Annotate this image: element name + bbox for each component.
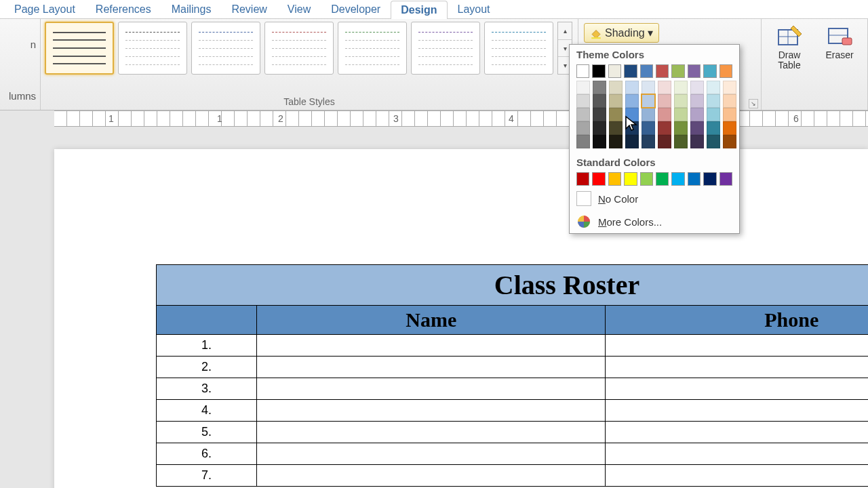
color-swatch[interactable] [674, 121, 688, 135]
table-style-thumb[interactable] [264, 22, 334, 75]
table-style-thumb[interactable] [338, 22, 407, 75]
color-swatch[interactable] [592, 172, 605, 186]
color-swatch[interactable] [656, 172, 669, 186]
color-swatch[interactable] [688, 64, 701, 78]
tab-page-layout[interactable]: Page Layout [4, 0, 85, 18]
color-swatch[interactable] [642, 121, 655, 135]
gallery-scroll-button[interactable]: ▴ [558, 22, 572, 40]
color-swatch[interactable] [609, 108, 623, 121]
shading-button[interactable]: Shading ▾ [584, 23, 659, 43]
color-swatch[interactable] [688, 172, 701, 186]
table-style-thumb[interactable] [118, 22, 187, 75]
row-number-cell[interactable]: 6. [157, 443, 257, 465]
phone-cell[interactable] [606, 357, 868, 378]
color-swatch[interactable] [642, 81, 655, 94]
color-swatch[interactable] [707, 94, 720, 108]
draw-table-button[interactable]: Draw Table [766, 23, 813, 71]
color-swatch[interactable] [723, 135, 736, 148]
dialog-launcher[interactable]: ↘ [749, 99, 758, 108]
table-style-thumb[interactable] [484, 22, 553, 75]
phone-cell[interactable] [606, 422, 868, 443]
row-number-cell[interactable]: 5. [157, 422, 257, 443]
color-swatch[interactable] [625, 81, 639, 94]
color-swatch[interactable] [703, 172, 716, 186]
row-number-cell[interactable]: 4. [157, 400, 257, 422]
color-swatch[interactable] [723, 121, 736, 135]
color-swatch[interactable] [723, 108, 736, 121]
phone-cell[interactable] [606, 400, 868, 422]
color-swatch[interactable] [719, 172, 732, 186]
color-swatch[interactable] [576, 94, 590, 108]
name-cell[interactable] [257, 335, 606, 357]
color-swatch[interactable] [690, 121, 704, 135]
table-header-cell[interactable]: Name [257, 306, 606, 335]
table-header-cell[interactable]: Phone [606, 306, 868, 335]
color-swatch[interactable] [690, 135, 704, 148]
phone-cell[interactable] [606, 465, 868, 487]
color-swatch[interactable] [723, 94, 736, 108]
color-swatch[interactable] [674, 94, 688, 108]
phone-cell[interactable] [606, 443, 868, 465]
color-swatch[interactable] [642, 108, 655, 121]
phone-cell[interactable] [606, 378, 868, 400]
color-swatch[interactable] [609, 94, 623, 108]
color-swatch[interactable] [625, 135, 639, 148]
color-swatch[interactable] [576, 81, 590, 94]
color-swatch[interactable] [690, 81, 704, 94]
no-color-option[interactable]: No Color [570, 187, 739, 210]
row-number-cell[interactable]: 7. [157, 465, 257, 487]
phone-cell[interactable] [606, 335, 868, 357]
color-swatch[interactable] [608, 64, 621, 78]
color-swatch[interactable] [642, 135, 655, 148]
tab-review[interactable]: Review [221, 0, 277, 18]
color-swatch[interactable] [690, 94, 704, 108]
color-swatch[interactable] [625, 94, 639, 108]
color-swatch[interactable] [593, 81, 606, 94]
color-swatch[interactable] [707, 81, 720, 94]
name-cell[interactable] [257, 378, 606, 400]
color-swatch[interactable] [671, 172, 684, 186]
color-swatch[interactable] [576, 135, 590, 148]
color-swatch[interactable] [640, 64, 653, 78]
color-swatch[interactable] [593, 135, 606, 148]
color-swatch[interactable] [671, 64, 684, 78]
name-cell[interactable] [257, 465, 606, 487]
color-swatch[interactable] [658, 94, 671, 108]
color-swatch[interactable] [707, 108, 720, 121]
color-swatch[interactable] [625, 108, 639, 121]
color-swatch[interactable] [674, 81, 688, 94]
tab-view[interactable]: View [277, 0, 321, 18]
color-swatch[interactable] [640, 172, 653, 186]
color-swatch[interactable] [658, 108, 671, 121]
name-cell[interactable] [257, 357, 606, 378]
color-swatch[interactable] [576, 172, 589, 186]
name-cell[interactable] [257, 443, 606, 465]
table-title-cell[interactable]: Class Roster [157, 265, 869, 306]
row-number-cell[interactable]: 2. [157, 357, 257, 378]
color-swatch[interactable] [608, 172, 621, 186]
color-swatch[interactable] [642, 94, 655, 108]
color-swatch[interactable] [703, 64, 716, 78]
color-swatch[interactable] [592, 64, 605, 78]
table-style-thumb[interactable] [45, 22, 114, 75]
color-swatch[interactable] [609, 121, 623, 135]
horizontal-ruler[interactable]: 1123456 [54, 110, 868, 127]
table-header-cell[interactable] [157, 306, 257, 335]
color-swatch[interactable] [609, 135, 623, 148]
eraser-button[interactable]: Eraser [816, 23, 863, 60]
color-swatch[interactable] [624, 172, 637, 186]
document-page[interactable]: Class Roster NamePhone 1.2.3.4.5.6.7. [54, 149, 868, 488]
color-swatch[interactable] [576, 121, 590, 135]
row-number-cell[interactable]: 3. [157, 378, 257, 400]
color-swatch[interactable] [658, 81, 671, 94]
color-swatch[interactable] [658, 135, 671, 148]
color-swatch[interactable] [576, 64, 589, 78]
name-cell[interactable] [257, 422, 606, 443]
tab-design[interactable]: Design [391, 1, 447, 19]
table-style-thumb[interactable] [411, 22, 480, 75]
color-swatch[interactable] [707, 135, 720, 148]
color-swatch[interactable] [593, 108, 606, 121]
tab-layout[interactable]: Layout [448, 0, 500, 18]
table-style-thumb[interactable] [191, 22, 260, 75]
color-swatch[interactable] [719, 64, 732, 78]
